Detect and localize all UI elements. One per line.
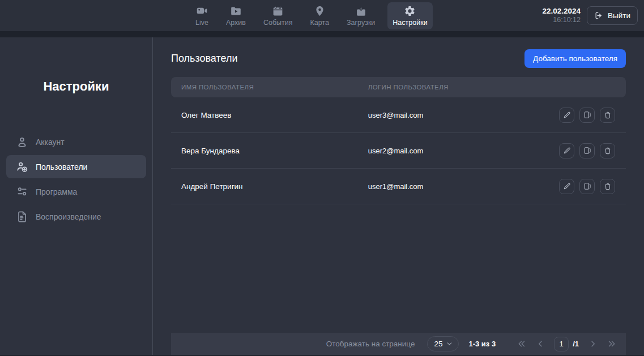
sidebar-item-label: Пользователи <box>36 162 87 171</box>
nav-item-live[interactable]: Live <box>190 2 214 29</box>
user-login: user1@mail.com <box>368 182 559 191</box>
trash-icon <box>603 146 612 155</box>
pencil-icon <box>562 110 572 119</box>
pagination-range: 1-3 из 3 <box>468 340 496 348</box>
page-header: Пользователи Добавить пользователя <box>171 49 626 68</box>
total-pages: /1 <box>573 340 579 348</box>
person-plus-icon <box>16 161 28 173</box>
sidebar-item-program[interactable]: Программа <box>6 180 146 203</box>
user-name: Вера Бундарева <box>171 147 368 155</box>
first-page-button[interactable] <box>515 338 527 350</box>
video-camera-icon <box>196 5 208 17</box>
datetime: 22.02.2024 16:10:12 <box>542 7 581 25</box>
nav-item-map[interactable]: Карта <box>305 2 334 29</box>
last-page-button[interactable] <box>606 338 618 350</box>
double-chevron-right-icon <box>607 339 617 349</box>
current-date: 22.02.2024 <box>542 7 581 16</box>
document-icon <box>16 211 28 223</box>
copy-icon <box>583 110 592 119</box>
edit-user-button[interactable] <box>559 143 574 158</box>
sidebar-item-label: Программа <box>36 187 77 196</box>
double-chevron-left-icon <box>517 339 526 349</box>
per-page-label: Отображать на странице <box>326 340 415 348</box>
topbar-right: 22.02.2024 16:10:12 Выйти <box>542 0 638 31</box>
settings-sidebar: Настройки Аккаунт <box>0 37 153 356</box>
chevron-left-icon <box>536 339 545 349</box>
gear-icon <box>404 5 416 17</box>
pencil-icon <box>562 146 572 155</box>
copy-icon <box>583 182 592 191</box>
nav-label: Карта <box>310 19 329 27</box>
sidebar-item-label: Воспроизведение <box>36 212 101 221</box>
delete-user-button[interactable] <box>600 179 615 194</box>
copy-icon <box>583 146 592 155</box>
sidebar-item-account[interactable]: Аккаунт <box>6 130 146 153</box>
sidebar-item-users[interactable]: Пользователи <box>6 155 146 178</box>
per-page-value: 25 <box>434 340 442 348</box>
user-login: user3@mail.com <box>368 111 559 119</box>
current-time: 16:10:12 <box>542 16 581 24</box>
table-row: Олег Матвеев user3@mail.com <box>171 97 626 133</box>
add-user-button[interactable]: Добавить пользователя <box>524 49 626 68</box>
prev-page-button[interactable] <box>535 338 547 350</box>
nav-label: Архив <box>226 19 246 27</box>
pagination-controls: 1 /1 <box>515 337 618 351</box>
archive-folder-icon <box>230 5 242 17</box>
edit-user-button[interactable] <box>559 179 574 194</box>
download-icon <box>355 5 367 17</box>
table-row: Вера Бундарева user2@mail.com <box>171 133 626 169</box>
copy-user-button[interactable] <box>579 108 595 123</box>
nav-label: Загрузки <box>347 19 375 27</box>
sidebar-title: Настройки <box>0 79 152 94</box>
delete-user-button[interactable] <box>600 108 615 123</box>
user-login: user2@mail.com <box>368 147 559 155</box>
chevron-down-icon <box>446 340 453 348</box>
user-name: Андрей Петригин <box>171 182 368 191</box>
logout-button[interactable]: Выйти <box>587 6 638 25</box>
copy-user-button[interactable] <box>579 179 595 194</box>
table-row: Андрей Петригин user1@mail.com <box>171 169 626 204</box>
person-icon <box>16 136 28 148</box>
row-actions <box>559 108 615 123</box>
edit-user-button[interactable] <box>559 108 574 123</box>
page-title: Пользователи <box>171 53 237 65</box>
nav-item-settings[interactable]: Настройки <box>387 2 432 29</box>
row-actions <box>559 143 615 158</box>
topbar: Live Архив События <box>0 0 644 31</box>
topbar-separator <box>0 31 644 37</box>
logout-label: Выйти <box>608 11 630 20</box>
sidebar-item-label: Аккаунт <box>36 138 65 147</box>
next-page-button[interactable] <box>587 338 599 350</box>
per-page-select[interactable]: 25 <box>427 336 459 351</box>
trash-icon <box>603 182 612 191</box>
nav-item-events[interactable]: События <box>258 2 298 29</box>
column-header-name: ИМЯ ПОЛЬЗОВАТЕЛЯ <box>171 84 368 91</box>
nav-label: Live <box>195 19 208 27</box>
nav-label: Настройки <box>393 19 427 27</box>
sidebar-menu: Аккаунт Пользователи <box>0 130 152 228</box>
sliders-icon <box>16 186 28 198</box>
users-page: Пользователи Добавить пользователя ИМЯ П… <box>153 37 644 356</box>
nav-item-archive[interactable]: Архив <box>221 2 251 29</box>
layout: Настройки Аккаунт <box>0 37 644 356</box>
table-header: ИМЯ ПОЛЬЗОВАТЕЛЯ ЛОГИН ПОЛЬЗОВАТЕЛЯ <box>171 77 626 97</box>
map-pin-icon <box>314 5 326 17</box>
nav-item-downloads[interactable]: Загрузки <box>342 2 380 29</box>
row-actions <box>559 179 615 194</box>
current-page-input[interactable]: 1 <box>554 337 569 351</box>
column-header-login: ЛОГИН ПОЛЬЗОВАТЕЛЯ <box>368 84 626 91</box>
user-name: Олег Матвеев <box>171 111 368 119</box>
copy-user-button[interactable] <box>579 143 595 158</box>
pagination-bar: Отображать на странице 25 1-3 из 3 <box>171 333 626 355</box>
nav-label: События <box>263 19 293 27</box>
pencil-icon <box>562 182 572 191</box>
calendar-icon <box>272 5 284 17</box>
chevron-right-icon <box>588 339 598 349</box>
sidebar-item-playback[interactable]: Воспроизведение <box>6 205 146 228</box>
trash-icon <box>603 110 612 119</box>
main-nav: Live Архив События <box>190 0 433 31</box>
logout-icon <box>594 11 604 20</box>
delete-user-button[interactable] <box>600 143 615 158</box>
